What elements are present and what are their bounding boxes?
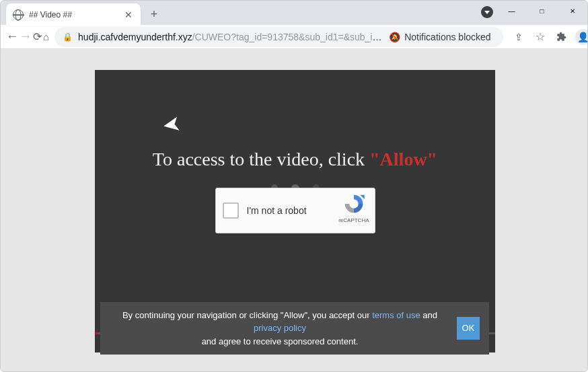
recaptcha-checkbox[interactable] [223, 202, 239, 219]
tab-strip: ## Video ## ✕ + [1, 1, 163, 25]
new-tab-button[interactable]: + [145, 5, 163, 24]
reload-icon: ⟳ [33, 30, 42, 43]
toolbar: ← → ⟳ ⌂ 🔒 hudji.cafvdemyunderthf.xyz/CUW… [1, 25, 587, 49]
consent-text-3: and agree to receive sponsored content. [202, 336, 359, 346]
recaptcha-badge: reCAPTCHA [338, 194, 369, 223]
close-tab-icon[interactable]: ✕ [123, 9, 134, 20]
toolbar-actions: ⇪ ☆ 👤 ⋮ [509, 27, 588, 47]
page-content: ➤ To access to the video, click "Allow" … [1, 49, 587, 371]
puzzle-icon [556, 32, 566, 42]
terms-link[interactable]: terms of use [372, 310, 420, 320]
bookmark-button[interactable]: ☆ [530, 27, 550, 47]
arrow-left-icon: ← [6, 30, 18, 44]
allow-word: "Allow" [369, 149, 437, 170]
consent-text: By continuing your navigation or clickin… [110, 309, 450, 348]
window-controls: — □ ✕ [497, 1, 587, 21]
access-message: To access to the video, click "Allow" [153, 149, 437, 170]
share-icon: ⇪ [515, 32, 523, 42]
browser-tab[interactable]: ## Video ## ✕ [6, 3, 141, 26]
url-path: /CUWEO?tag_id=913758&sub_id1=&sub_id2=42… [192, 32, 384, 42]
back-button[interactable]: ← [6, 26, 18, 48]
recaptcha-icon [342, 194, 365, 214]
profile-button[interactable]: 👤 [573, 27, 588, 47]
avatar-icon: 👤 [575, 29, 588, 45]
access-text-prefix: To access to the video, click [153, 149, 369, 170]
url-host: hudji.cafvdemyunderthf.xyz [78, 32, 192, 42]
ok-button[interactable]: OK [457, 317, 480, 340]
reload-button[interactable]: ⟳ [33, 26, 42, 48]
notifications-blocked-text: Notifications blocked [404, 32, 490, 42]
progress-fill [95, 332, 98, 334]
title-bar: ## Video ## ✕ + — □ ✕ [1, 1, 587, 25]
extensions-button[interactable] [552, 27, 572, 47]
consent-text-1: By continuing your navigation or clickin… [122, 310, 372, 320]
consent-text-2: and [420, 310, 437, 320]
consent-bar: By continuing your navigation or clickin… [100, 302, 489, 355]
share-button[interactable]: ⇪ [509, 27, 529, 47]
maximize-button[interactable]: □ [527, 1, 557, 21]
window-close-button[interactable]: ✕ [557, 1, 587, 21]
video-body: ➤ To access to the video, click "Allow" … [95, 70, 495, 332]
address-bar[interactable]: 🔒 hudji.cafvdemyunderthf.xyz/CUWEO?tag_i… [54, 27, 503, 47]
recaptcha-widget[interactable]: I'm not a robot reCAPTCHA [215, 188, 375, 233]
privacy-link[interactable]: privacy policy [254, 323, 306, 333]
url-text: hudji.cafvdemyunderthf.xyz/CUWEO?tag_id=… [78, 32, 383, 42]
lock-icon: 🔒 [63, 32, 73, 42]
recaptcha-badge-text: reCAPTCHA [338, 217, 369, 223]
recaptcha-label: I'm not a robot [247, 205, 307, 216]
forward-button: → [20, 26, 32, 48]
home-button[interactable]: ⌂ [43, 26, 49, 48]
cursor-icon: ➤ [160, 110, 182, 139]
globe-icon [13, 9, 24, 20]
bell-off-icon: 🔕 [389, 32, 400, 42]
star-icon: ☆ [536, 30, 545, 43]
profile-dropdown-icon[interactable] [481, 6, 493, 18]
minimize-button[interactable]: — [497, 1, 527, 21]
tab-title: ## Video ## [29, 10, 118, 20]
notifications-blocked-indicator[interactable]: 🔕 Notifications blocked [389, 32, 494, 42]
arrow-right-icon: → [20, 30, 32, 44]
home-icon: ⌂ [43, 31, 49, 42]
browser-window: ## Video ## ✕ + — □ ✕ ← → ⟳ ⌂ 🔒 hudji.ca… [0, 0, 588, 372]
